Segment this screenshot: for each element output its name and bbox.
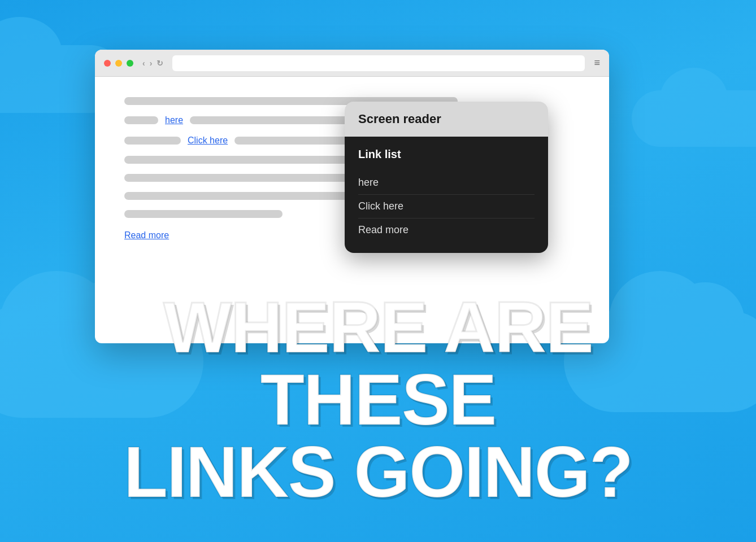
link-here[interactable]: here (165, 115, 183, 125)
traffic-light-maximize[interactable] (127, 60, 133, 67)
screen-reader-popup: Screen reader Link list here Click here … (345, 102, 548, 253)
bottom-headline: Where are these links going? (67, 291, 689, 508)
traffic-light-close[interactable] (104, 60, 111, 67)
headline-line1: Where are these (67, 291, 689, 436)
headline-line2: links going? (67, 436, 689, 508)
forward-arrow-icon[interactable]: › (150, 59, 153, 68)
popup-section-title: Link list (358, 148, 535, 161)
popup-title: Screen reader (358, 112, 535, 126)
line-prefix-2 (124, 137, 181, 145)
popup-link-read-more[interactable]: Read more (358, 218, 535, 242)
popup-header: Screen reader (345, 102, 548, 137)
link-click-here[interactable]: Click here (188, 136, 228, 146)
back-arrow-icon[interactable]: ‹ (142, 59, 145, 68)
link-read-more[interactable]: Read more (124, 230, 169, 240)
address-bar[interactable] (172, 55, 585, 71)
browser-navigation: ‹ › ↻ (142, 59, 163, 68)
menu-icon[interactable]: ≡ (594, 57, 600, 69)
cloud-mid-right (632, 90, 756, 147)
popup-body: Link list here Click here Read more (345, 137, 548, 253)
line-prefix-1 (124, 116, 158, 124)
traffic-light-minimize[interactable] (115, 60, 122, 67)
content-line-7 (124, 210, 283, 218)
popup-link-here[interactable]: here (358, 171, 535, 195)
browser-titlebar: ‹ › ↻ ≡ (95, 50, 609, 77)
popup-link-click-here[interactable]: Click here (358, 195, 535, 218)
reload-icon[interactable]: ↻ (157, 59, 163, 68)
